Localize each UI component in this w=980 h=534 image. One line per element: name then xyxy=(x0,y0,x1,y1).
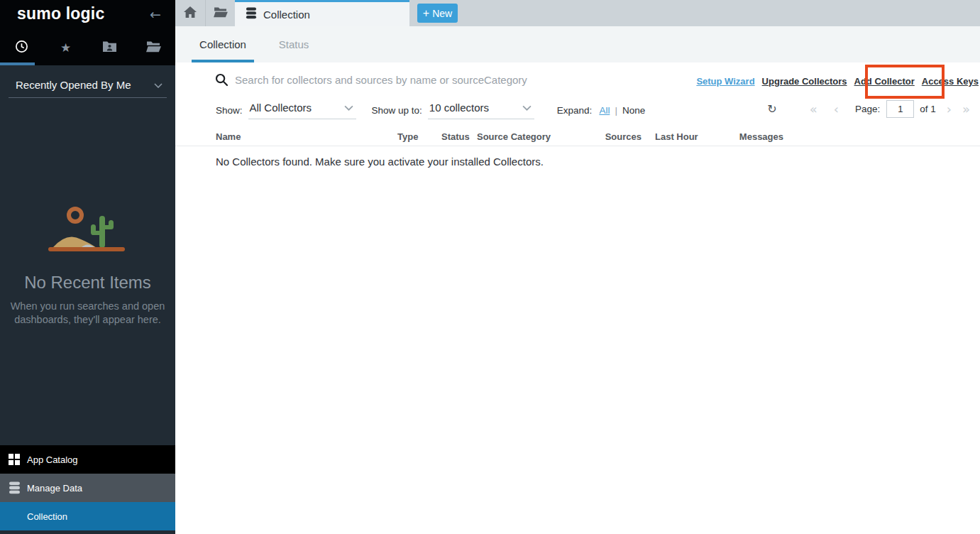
sidebar-icon-tabs: ★ xyxy=(0,33,175,62)
collapse-sidebar-icon[interactable]: ← xyxy=(150,6,161,22)
sumo-logic-logo: sumo logic xyxy=(17,4,104,23)
column-header-messages: Messages xyxy=(712,131,783,142)
expand-all-link[interactable]: All xyxy=(599,105,610,116)
app-catalog-label: App Catalog xyxy=(27,454,78,465)
show-dropdown[interactable]: All Collectors xyxy=(248,102,356,119)
folder-user-icon xyxy=(102,40,117,55)
personal-folder-tab[interactable] xyxy=(88,33,132,62)
column-header-name: Name xyxy=(216,131,241,142)
filter-row: Show: All Collectors Show up to: 10 coll… xyxy=(216,102,645,119)
sun-icon xyxy=(69,209,82,222)
chevron-down-icon xyxy=(344,105,353,111)
tab-title: Collection xyxy=(263,9,310,21)
last-page-icon[interactable]: » xyxy=(962,102,970,116)
clock-icon xyxy=(15,40,28,56)
chevron-down-icon xyxy=(522,105,532,111)
recently-opened-label: Recently Opened By Me xyxy=(16,79,131,91)
grid-icon xyxy=(7,454,21,465)
desert-illustration xyxy=(0,205,175,260)
manage-data-label: Manage Data xyxy=(27,483,82,494)
chevron-down-icon xyxy=(154,83,163,88)
show-up-to-label: Show up to: xyxy=(372,105,422,116)
sidebar-header: sumo logic ← ★ xyxy=(0,0,175,65)
expand-none-link[interactable]: None xyxy=(622,105,645,116)
no-recent-items-title: No Recent Items xyxy=(0,273,175,293)
sidebar: sumo logic ← ★ Rece xyxy=(0,0,175,534)
expand-divider: | xyxy=(615,105,617,116)
favorites-tab[interactable]: ★ xyxy=(44,33,88,62)
collection-window-tab[interactable]: Collection xyxy=(235,0,409,26)
setup-wizard-link[interactable]: Setup Wizard xyxy=(696,76,754,87)
main-content: Setup Wizard Upgrade Collectors Add Coll… xyxy=(175,62,980,534)
star-icon: ★ xyxy=(60,40,71,55)
no-recent-items-subtitle: When you run searches and open dashboard… xyxy=(0,300,175,327)
expand-label: Expand: xyxy=(557,105,593,116)
new-button[interactable]: + New xyxy=(417,4,458,23)
plus-icon: + xyxy=(423,8,429,19)
database-icon xyxy=(7,481,21,494)
sidebar-item-app-catalog[interactable]: App Catalog xyxy=(0,445,175,474)
upgrade-collectors-link[interactable]: Upgrade Collectors xyxy=(762,76,847,87)
page-of-text: of 1 xyxy=(920,104,936,114)
library-button[interactable] xyxy=(207,0,235,26)
active-tab-indicator xyxy=(0,62,35,65)
column-header-sources: Sources xyxy=(573,131,642,142)
pagination: ↻ « ‹ Page: of 1 › » xyxy=(767,100,970,118)
search-icon xyxy=(215,73,229,89)
first-page-icon[interactable]: « xyxy=(810,102,817,116)
prev-page-icon[interactable]: ‹ xyxy=(834,102,839,116)
sidebar-item-manage-data[interactable]: Manage Data xyxy=(0,474,175,502)
column-header-source-category: Source Category xyxy=(477,131,551,142)
home-button[interactable] xyxy=(175,0,206,26)
folder-icon xyxy=(214,6,228,21)
add-collector-link[interactable]: Add Collector xyxy=(854,76,915,87)
library-folder-tab[interactable] xyxy=(131,33,175,62)
column-header-status: Status xyxy=(441,131,470,142)
top-tab-bar: Collection + New xyxy=(175,0,980,26)
collection-label: Collection xyxy=(27,511,67,522)
recents-tab[interactable] xyxy=(0,33,44,62)
refresh-icon[interactable]: ↻ xyxy=(767,102,776,116)
tab-status[interactable]: Status xyxy=(262,26,326,62)
access-keys-link[interactable]: Access Keys xyxy=(922,76,979,87)
sidebar-item-collection[interactable]: Collection xyxy=(0,502,175,530)
recently-opened-dropdown[interactable]: Recently Opened By Me xyxy=(9,77,167,98)
page-number-input[interactable] xyxy=(886,100,914,118)
show-up-to-dropdown[interactable]: 10 collectors xyxy=(428,102,534,119)
sidebar-menu: App Catalog Manage Data Collection xyxy=(0,445,175,530)
page-label: Page: xyxy=(855,104,880,114)
search-input[interactable] xyxy=(235,70,632,89)
column-header-last-hour: Last Hour xyxy=(655,131,698,142)
home-icon xyxy=(184,6,197,21)
action-links: Setup Wizard Upgrade Collectors Add Coll… xyxy=(696,76,979,87)
tab-collection[interactable]: Collection xyxy=(192,26,254,62)
page-tabs: Collection Status xyxy=(175,26,980,62)
show-label: Show: xyxy=(216,105,243,116)
empty-table-message: No Collectors found. Make sure you activ… xyxy=(216,156,544,168)
folder-open-icon xyxy=(146,40,161,55)
table-header-row: Name Type Status Source Category Sources… xyxy=(175,130,980,146)
column-header-type: Type xyxy=(397,131,418,142)
next-page-icon[interactable]: › xyxy=(947,102,952,116)
database-icon xyxy=(246,7,257,22)
